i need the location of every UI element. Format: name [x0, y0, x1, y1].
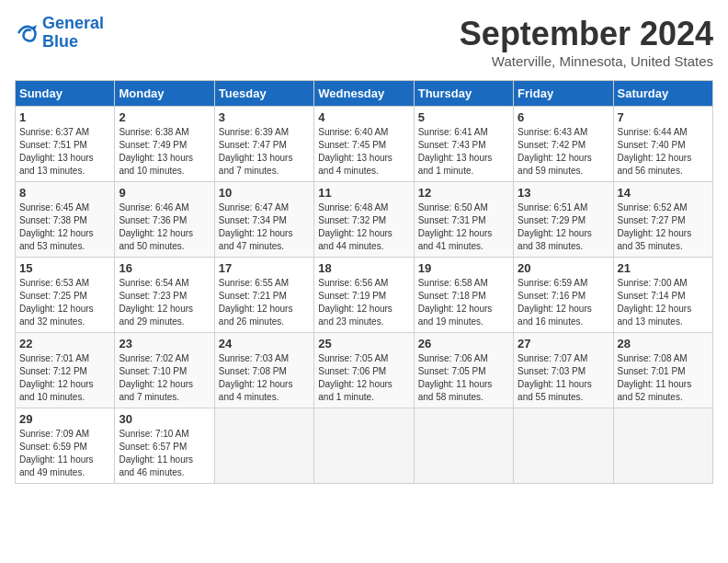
- day-number: 15: [19, 261, 110, 275]
- day-number: 3: [219, 110, 310, 124]
- day-detail: Sunrise: 7:09 AM Sunset: 6:59 PM Dayligh…: [19, 428, 110, 479]
- day-cell: 14Sunrise: 6:52 AM Sunset: 7:27 PM Dayli…: [613, 182, 712, 258]
- col-tuesday: Tuesday: [214, 81, 313, 107]
- day-cell: 8Sunrise: 6:45 AM Sunset: 7:38 PM Daylig…: [16, 182, 115, 258]
- day-cell: 5Sunrise: 6:41 AM Sunset: 7:43 PM Daylig…: [414, 107, 513, 182]
- day-cell: 15Sunrise: 6:53 AM Sunset: 7:25 PM Dayli…: [16, 258, 115, 333]
- day-number: 26: [418, 337, 509, 350]
- day-number: 30: [119, 412, 210, 426]
- day-number: 5: [418, 110, 509, 124]
- day-detail: Sunrise: 6:46 AM Sunset: 7:36 PM Dayligh…: [119, 201, 210, 253]
- day-detail: Sunrise: 6:40 AM Sunset: 7:45 PM Dayligh…: [318, 126, 409, 178]
- day-number: 17: [219, 261, 310, 275]
- day-detail: Sunrise: 7:05 AM Sunset: 7:06 PM Dayligh…: [318, 352, 409, 404]
- day-cell: 9Sunrise: 6:46 AM Sunset: 7:36 PM Daylig…: [115, 182, 214, 258]
- col-sunday: Sunday: [16, 81, 115, 107]
- day-detail: Sunrise: 6:55 AM Sunset: 7:21 PM Dayligh…: [219, 277, 310, 328]
- day-cell: 21Sunrise: 7:00 AM Sunset: 7:14 PM Dayli…: [613, 258, 712, 333]
- day-number: 11: [318, 186, 409, 200]
- day-detail: Sunrise: 6:45 AM Sunset: 7:38 PM Dayligh…: [19, 201, 110, 253]
- day-detail: Sunrise: 6:41 AM Sunset: 7:43 PM Dayligh…: [418, 126, 509, 178]
- day-number: 18: [318, 261, 409, 275]
- day-detail: Sunrise: 7:00 AM Sunset: 7:14 PM Dayligh…: [618, 277, 709, 328]
- day-number: 12: [418, 186, 509, 200]
- day-number: 8: [19, 186, 110, 200]
- day-detail: Sunrise: 6:56 AM Sunset: 7:19 PM Dayligh…: [318, 277, 409, 328]
- location: Waterville, Minnesota, United States: [460, 53, 713, 69]
- day-cell: 1Sunrise: 6:37 AM Sunset: 7:51 PM Daylig…: [16, 107, 115, 182]
- day-cell: 2Sunrise: 6:38 AM Sunset: 7:49 PM Daylig…: [115, 107, 214, 182]
- day-number: 19: [418, 261, 509, 275]
- week-row-4: 22Sunrise: 7:01 AM Sunset: 7:12 PM Dayli…: [16, 333, 713, 408]
- day-detail: Sunrise: 7:08 AM Sunset: 7:01 PM Dayligh…: [618, 352, 709, 404]
- week-row-2: 8Sunrise: 6:45 AM Sunset: 7:38 PM Daylig…: [16, 182, 713, 258]
- day-detail: Sunrise: 6:50 AM Sunset: 7:31 PM Dayligh…: [418, 201, 509, 253]
- day-cell: 22Sunrise: 7:01 AM Sunset: 7:12 PM Dayli…: [16, 333, 115, 408]
- logo-icon: [15, 22, 40, 44]
- day-cell: 24Sunrise: 7:03 AM Sunset: 7:08 PM Dayli…: [214, 333, 313, 408]
- day-cell: 20Sunrise: 6:59 AM Sunset: 7:16 PM Dayli…: [514, 258, 613, 333]
- day-cell: 19Sunrise: 6:58 AM Sunset: 7:18 PM Dayli…: [414, 258, 513, 333]
- day-number: 14: [618, 186, 709, 200]
- day-detail: Sunrise: 6:53 AM Sunset: 7:25 PM Dayligh…: [19, 277, 110, 328]
- logo: General Blue: [15, 15, 104, 52]
- day-number: 23: [119, 337, 210, 350]
- day-cell: 10Sunrise: 6:47 AM Sunset: 7:34 PM Dayli…: [214, 182, 313, 258]
- day-detail: Sunrise: 7:03 AM Sunset: 7:08 PM Dayligh…: [219, 352, 310, 404]
- day-cell: 11Sunrise: 6:48 AM Sunset: 7:32 PM Dayli…: [314, 182, 414, 258]
- title-area: September 2024 Waterville, Minnesota, Un…: [460, 15, 713, 69]
- day-number: 20: [518, 261, 609, 275]
- day-number: 1: [19, 110, 110, 124]
- day-cell: 29Sunrise: 7:09 AM Sunset: 6:59 PM Dayli…: [16, 408, 115, 484]
- day-cell: 3Sunrise: 6:39 AM Sunset: 7:47 PM Daylig…: [214, 107, 313, 182]
- day-number: 13: [518, 186, 609, 200]
- day-cell: 6Sunrise: 6:43 AM Sunset: 7:42 PM Daylig…: [514, 107, 613, 182]
- day-detail: Sunrise: 6:58 AM Sunset: 7:18 PM Dayligh…: [418, 277, 509, 328]
- day-number: 10: [219, 186, 310, 200]
- day-detail: Sunrise: 6:54 AM Sunset: 7:23 PM Dayligh…: [119, 277, 210, 328]
- day-detail: Sunrise: 6:52 AM Sunset: 7:27 PM Dayligh…: [618, 201, 709, 253]
- day-cell: 4Sunrise: 6:40 AM Sunset: 7:45 PM Daylig…: [314, 107, 414, 182]
- day-cell: [214, 408, 313, 484]
- day-detail: Sunrise: 6:38 AM Sunset: 7:49 PM Dayligh…: [119, 126, 210, 178]
- day-cell: 28Sunrise: 7:08 AM Sunset: 7:01 PM Dayli…: [613, 333, 712, 408]
- day-detail: Sunrise: 7:10 AM Sunset: 6:57 PM Dayligh…: [119, 428, 210, 479]
- day-number: 24: [219, 337, 310, 350]
- day-detail: Sunrise: 7:07 AM Sunset: 7:03 PM Dayligh…: [518, 352, 609, 404]
- day-cell: [514, 408, 613, 484]
- day-cell: 23Sunrise: 7:02 AM Sunset: 7:10 PM Dayli…: [115, 333, 214, 408]
- logo-text: General Blue: [42, 15, 104, 52]
- day-number: 9: [119, 186, 210, 200]
- day-number: 6: [518, 110, 609, 124]
- day-number: 27: [518, 337, 609, 350]
- day-detail: Sunrise: 6:39 AM Sunset: 7:47 PM Dayligh…: [219, 126, 310, 178]
- day-detail: Sunrise: 6:37 AM Sunset: 7:51 PM Dayligh…: [19, 126, 110, 178]
- col-friday: Friday: [514, 81, 613, 107]
- day-cell: 16Sunrise: 6:54 AM Sunset: 7:23 PM Dayli…: [115, 258, 214, 333]
- day-cell: [414, 408, 513, 484]
- day-cell: [613, 408, 712, 484]
- col-monday: Monday: [115, 81, 214, 107]
- day-number: 16: [119, 261, 210, 275]
- day-detail: Sunrise: 7:01 AM Sunset: 7:12 PM Dayligh…: [19, 352, 110, 404]
- month-title: September 2024: [460, 15, 713, 53]
- day-number: 29: [19, 412, 110, 426]
- day-cell: 27Sunrise: 7:07 AM Sunset: 7:03 PM Dayli…: [514, 333, 613, 408]
- week-row-1: 1Sunrise: 6:37 AM Sunset: 7:51 PM Daylig…: [16, 107, 713, 182]
- day-detail: Sunrise: 7:06 AM Sunset: 7:05 PM Dayligh…: [418, 352, 509, 404]
- calendar-body: 1Sunrise: 6:37 AM Sunset: 7:51 PM Daylig…: [16, 107, 713, 484]
- calendar-header: Sunday Monday Tuesday Wednesday Thursday…: [16, 81, 713, 107]
- calendar-table: Sunday Monday Tuesday Wednesday Thursday…: [15, 80, 713, 484]
- day-detail: Sunrise: 7:02 AM Sunset: 7:10 PM Dayligh…: [119, 352, 210, 404]
- day-cell: 26Sunrise: 7:06 AM Sunset: 7:05 PM Dayli…: [414, 333, 513, 408]
- day-detail: Sunrise: 6:48 AM Sunset: 7:32 PM Dayligh…: [318, 201, 409, 253]
- day-number: 7: [618, 110, 709, 124]
- day-number: 28: [618, 337, 709, 350]
- day-number: 2: [119, 110, 210, 124]
- col-saturday: Saturday: [613, 81, 712, 107]
- col-thursday: Thursday: [414, 81, 513, 107]
- page-header: General Blue September 2024 Waterville, …: [15, 15, 713, 69]
- day-number: 4: [318, 110, 409, 124]
- day-cell: 12Sunrise: 6:50 AM Sunset: 7:31 PM Dayli…: [414, 182, 513, 258]
- day-detail: Sunrise: 6:51 AM Sunset: 7:29 PM Dayligh…: [518, 201, 609, 253]
